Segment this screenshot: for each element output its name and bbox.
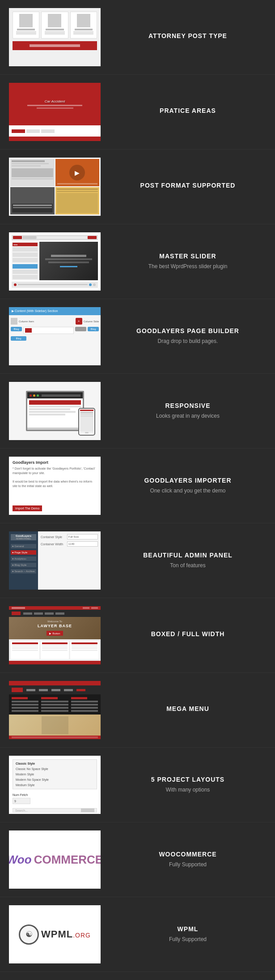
attorney-title: ATTORNEY POST TYPE <box>114 32 262 39</box>
feature-practice: Car Accident PRATICE AREAS <box>0 75 275 150</box>
builder-title: GOODLAYERS PAGE BUILDER <box>114 327 262 334</box>
masterslider-subtitle: The best WprdPress slider plugin <box>114 262 262 270</box>
importer-text: GOODLAYERS IMPORTER One click and you ge… <box>110 477 266 495</box>
attorney-image <box>9 8 101 66</box>
importer-subtitle: One click and you get the demo <box>114 487 262 495</box>
practice-title: PRATICE AREAS <box>114 107 262 114</box>
admin-title: BEAUTIFUL ADMIN PANEL <box>114 552 262 559</box>
feature-megamenu: MEGA MENU <box>0 673 275 748</box>
admin-logo-text: GoodLayers ADMIN PANEL <box>11 534 36 540</box>
woocommerce-subtitle: Fully Supported <box>114 860 262 869</box>
builder-text: GOODLAYERS PAGE BUILDER Drag drop to bui… <box>110 327 266 345</box>
importer-heading: Goodlayers Import <box>13 460 97 465</box>
feature-boxed: Welcome To LAWYER BASE ▶ Button <box>0 598 275 673</box>
admin-field-label2: Container Width <box>41 543 65 546</box>
admin-nav-pagestyle: ● Page Style <box>11 550 36 555</box>
masterslider-image: ●●● <box>9 232 101 291</box>
responsive-image <box>9 382 101 440</box>
feature-projectlayouts: Classic Style Classic No Space Style Mod… <box>0 748 275 822</box>
boxed-image: Welcome To LAWYER BASE ▶ Button <box>9 606 101 664</box>
postformat-text: POST FORMAT SUPPORTED <box>110 182 266 192</box>
importer-title: GOODLAYERS IMPORTER <box>114 477 262 484</box>
admin-image: GoodLayers ADMIN PANEL ● General ● Page … <box>9 531 101 590</box>
importer-body: * Don't forget to activate the 'Goodlaye… <box>13 466 97 488</box>
feature-masterslider: ●●● <box>0 224 275 299</box>
postformat-title: POST FORMAT SUPPORTED <box>114 182 262 189</box>
proj-label-numfetch: Num Fetch <box>13 793 97 796</box>
megamenu-text: MEGA MENU <box>110 705 266 715</box>
admin-subtitle: Ton of features <box>114 561 262 569</box>
wpml-title: WPML <box>114 925 262 933</box>
projectlayouts-image: Classic Style Classic No Space Style Mod… <box>9 756 101 814</box>
projectlayouts-text: 5 PROJECT LAYOUTS With many options <box>110 776 266 794</box>
woocommerce-text: WOOCOMMERCE Fully Supported <box>110 851 266 869</box>
admin-nav-search: ● Search – Archive <box>11 569 36 573</box>
feature-wpml: ☯ WPML.ORG WPML Fully Supported <box>0 897 275 972</box>
importer-image: Goodlayers Import * Don't forget to acti… <box>9 457 101 515</box>
attorney-text: ATTORNEY POST TYPE <box>110 32 266 42</box>
builder-subtitle: Drag drop to build pages. <box>114 337 262 345</box>
import-demo-button[interactable]: Import The Demo <box>13 505 42 511</box>
feature-responsive: RESPONSIVE Looks great in any devices <box>0 374 275 449</box>
feature-builder: ▶ Content (With Sidebar) Section Column … <box>0 299 275 374</box>
admin-nav-blogstyle: ● Blog Style <box>11 563 36 567</box>
postformat-image: ▶ <box>9 158 101 216</box>
boxed-title: BOXED / FULL WIDTH <box>114 630 262 638</box>
masterslider-title: MASTER SLIDER <box>114 252 262 260</box>
proj-option-classic: Classic Style <box>16 762 94 766</box>
proj-option-medium: Medium Style <box>16 783 94 787</box>
admin-field-label1: Container Style <box>41 535 65 539</box>
admin-select1[interactable]: Full Size <box>67 534 98 539</box>
feature-woocommerce: Woo COMMERCE WOOCOMMERCE Fully Supported <box>0 822 275 897</box>
practice-text: PRATICE AREAS <box>110 107 266 117</box>
megamenu-title: MEGA MENU <box>114 705 262 712</box>
responsive-subtitle: Looks great in any devices <box>114 412 262 420</box>
builder-image: ▶ Content (With Sidebar) Section Column … <box>9 307 101 365</box>
practice-image: Car Accident <box>9 83 101 141</box>
feature-admin: GoodLayers ADMIN PANEL ● General ● Page … <box>0 523 275 598</box>
admin-nav-general: ● General <box>11 544 36 548</box>
feature-postformat: ▶ POST FORMAT SUPPORTED <box>0 150 275 224</box>
woocommerce-image: Woo COMMERCE <box>9 830 101 889</box>
admin-text: BEAUTIFUL ADMIN PANEL Ton of features <box>110 552 266 569</box>
wpml-image: ☯ WPML.ORG <box>9 905 101 963</box>
proj-option-modern-nospace: Modern No Space Style <box>16 778 94 782</box>
masterslider-text: MASTER SLIDER The best WprdPress slider … <box>110 252 266 270</box>
wpml-subtitle: Fully Supported <box>114 935 262 943</box>
admin-nav-analytics: ● Analytics+ <box>11 556 36 561</box>
projectlayouts-title: 5 PROJECT LAYOUTS <box>114 776 262 783</box>
woocommerce-title: WOOCOMMERCE <box>114 851 262 858</box>
responsive-title: RESPONSIVE <box>114 402 262 409</box>
proj-option-classic-nospace: Classic No Space Style <box>16 767 94 771</box>
megamenu-image <box>9 681 101 739</box>
proj-option-modern: Modern Style <box>16 772 94 776</box>
admin-select2[interactable]: 1140 <box>67 541 98 547</box>
wpml-text: WPML Fully Supported <box>110 925 266 943</box>
feature-importer: Goodlayers Import * Don't forget to acti… <box>0 449 275 523</box>
responsive-text: RESPONSIVE Looks great in any devices <box>110 402 266 420</box>
feature-attorney: ATTORNEY POST TYPE <box>0 0 275 75</box>
projectlayouts-subtitle: With many options <box>114 786 262 794</box>
boxed-text: BOXED / FULL WIDTH <box>110 630 266 640</box>
